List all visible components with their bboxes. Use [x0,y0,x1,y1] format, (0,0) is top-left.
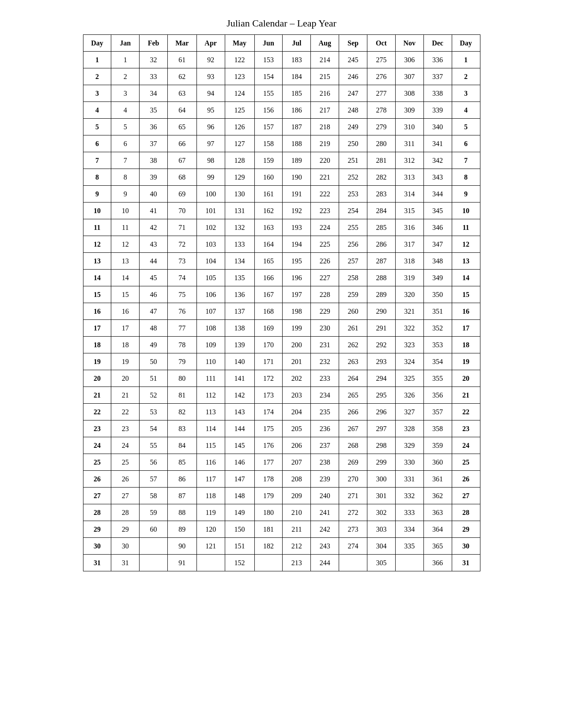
nov-cell: 312 [395,152,423,169]
col-header-jun: Jun [254,35,283,52]
nov-cell: 308 [395,85,423,102]
may-cell: 127 [225,135,254,152]
aug-cell: 228 [311,286,339,303]
oct-cell: 275 [367,52,395,68]
feb-cell: 37 [140,135,168,152]
oct-cell: 284 [367,203,395,219]
feb-cell: 41 [140,203,168,219]
aug-cell: 218 [311,119,339,135]
mar-cell: 83 [168,420,197,437]
feb-cell: 45 [140,270,168,286]
day-cell: 10 [83,203,111,219]
feb-cell: 38 [140,152,168,169]
jul-cell: 184 [283,68,311,85]
day-cell: 4 [83,102,111,119]
aug-cell: 219 [311,135,339,152]
day-cell-end: 21 [452,387,480,404]
feb-cell: 46 [140,286,168,303]
dec-cell: 337 [423,68,452,85]
aug-cell: 214 [311,52,339,68]
day-cell: 9 [83,186,111,203]
sep-cell: 246 [339,68,367,85]
day-cell-end: 15 [452,286,480,303]
jun-cell: 158 [254,135,283,152]
col-header-oct: Oct [367,35,395,52]
dec-cell: 341 [423,135,452,152]
day-cell-end: 31 [452,555,480,571]
apr-cell: 105 [196,270,225,286]
jan-cell: 24 [111,437,140,454]
col-header-day1: Day [83,35,111,52]
day-cell-end: 4 [452,102,480,119]
jul-cell: 203 [283,387,311,404]
oct-cell: 286 [367,236,395,253]
table-row: 663766971271581882192502803113416 [83,135,480,152]
sep-cell: 257 [339,253,367,270]
jun-cell: 177 [254,454,283,471]
jan-cell: 16 [111,303,140,320]
table-row: 1111427110213216319322425528531634611 [83,219,480,236]
feb-cell [140,538,168,555]
day-cell: 13 [83,253,111,270]
mar-cell: 76 [168,303,197,320]
day-cell: 11 [83,219,111,236]
oct-cell: 299 [367,454,395,471]
jul-cell: 189 [283,152,311,169]
dec-cell: 362 [423,488,452,504]
nov-cell: 332 [395,488,423,504]
feb-cell: 34 [140,85,168,102]
sep-cell: 253 [339,186,367,203]
jun-cell: 176 [254,437,283,454]
nov-cell: 319 [395,270,423,286]
apr-cell: 104 [196,253,225,270]
aug-cell: 239 [311,471,339,488]
table-row: 1616477610713716819822926029032135116 [83,303,480,320]
table-row: 443564951251561862172482783093394 [83,102,480,119]
day-cell-end: 1 [452,52,480,68]
day-cell: 28 [83,504,111,521]
apr-cell: 93 [196,68,225,85]
feb-cell: 42 [140,219,168,236]
apr-cell: 113 [196,404,225,420]
apr-cell: 95 [196,102,225,119]
table-row: 31319115221324430536631 [83,555,480,571]
nov-cell: 335 [395,538,423,555]
aug-cell: 234 [311,387,339,404]
sep-cell: 256 [339,236,367,253]
apr-cell: 96 [196,119,225,135]
table-row: 1313447310413416519522625728731834813 [83,253,480,270]
mar-cell: 70 [168,203,197,219]
jan-cell: 25 [111,454,140,471]
mar-cell: 68 [168,169,197,186]
day-cell-end: 19 [452,353,480,370]
day-cell: 14 [83,270,111,286]
day-cell-end: 17 [452,320,480,337]
day-cell-end: 5 [452,119,480,135]
dec-cell: 366 [423,555,452,571]
apr-cell: 112 [196,387,225,404]
table-row: 1717487710813816919923026129132235217 [83,320,480,337]
sep-cell: 270 [339,471,367,488]
jul-cell: 207 [283,454,311,471]
may-cell: 122 [225,52,254,68]
table-row: 333463941241551852162472773083383 [83,85,480,102]
nov-cell: 325 [395,370,423,387]
aug-cell: 225 [311,236,339,253]
col-header-nov: Nov [395,35,423,52]
aug-cell: 240 [311,488,339,504]
aug-cell: 224 [311,219,339,236]
jul-cell: 186 [283,102,311,119]
dec-cell: 357 [423,404,452,420]
aug-cell: 244 [311,555,339,571]
nov-cell: 315 [395,203,423,219]
oct-cell: 285 [367,219,395,236]
may-cell: 132 [225,219,254,236]
col-header-apr: Apr [196,35,225,52]
jul-cell: 213 [283,555,311,571]
jul-cell: 196 [283,270,311,286]
jun-cell: 178 [254,471,283,488]
sep-cell: 248 [339,102,367,119]
feb-cell: 53 [140,404,168,420]
jun-cell: 169 [254,320,283,337]
day-cell-end: 22 [452,404,480,420]
